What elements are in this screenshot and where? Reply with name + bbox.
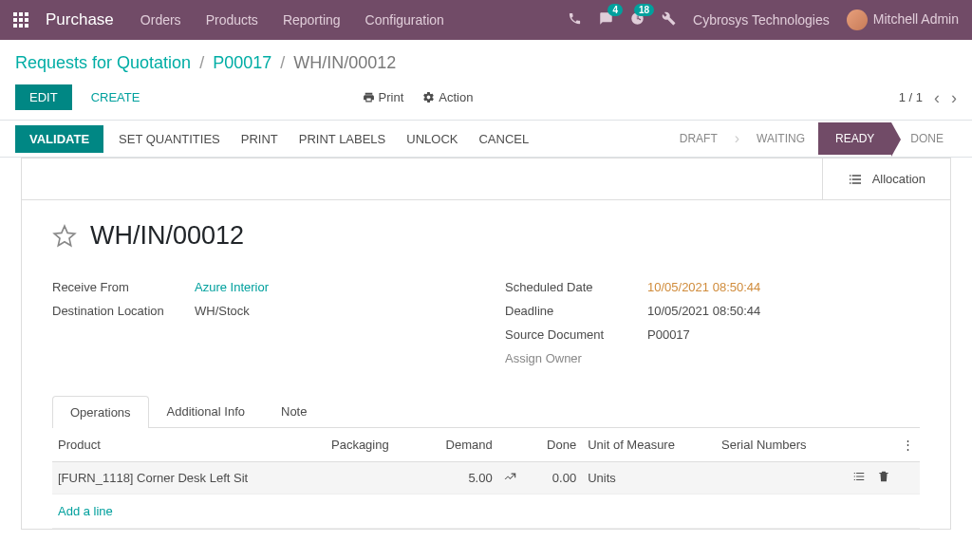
validate-button[interactable]: VALIDATE: [15, 125, 103, 153]
control-bar: Requests for Quotation / P00017 / WH/IN/…: [0, 40, 972, 120]
avatar: [847, 9, 868, 30]
allocation-button[interactable]: Allocation: [822, 159, 950, 199]
print-labels-button[interactable]: PRINT LABELS: [299, 132, 386, 146]
receive-from-label: Receive From: [52, 280, 195, 294]
cell-uom: Units: [582, 462, 716, 495]
cell-demand: 5.00: [420, 462, 498, 495]
forecast-icon[interactable]: [504, 470, 517, 483]
tab-operations[interactable]: Operations: [52, 396, 149, 428]
status-bar: VALIDATE SET QUANTITIES PRINT PRINT LABE…: [0, 120, 972, 158]
cell-done: 0.00: [527, 462, 582, 495]
operations-table: Product Packaging Demand Done Unit of Me…: [52, 428, 920, 529]
user-menu[interactable]: Mitchell Admin: [847, 9, 959, 30]
breadcrumb-current: WH/IN/00012: [293, 53, 396, 72]
scheduled-date-value: 10/05/2021 08:50:44: [647, 280, 760, 294]
nav-reporting[interactable]: Reporting: [283, 12, 341, 28]
source-doc-label: Source Document: [505, 327, 647, 342]
set-quantities-button[interactable]: SET QUANTITIES: [119, 132, 220, 146]
add-line-button[interactable]: Add a line: [52, 495, 920, 529]
print-dropdown[interactable]: Print: [363, 90, 404, 104]
cell-product: [FURN_1118] Corner Desk Left Sit: [52, 462, 326, 495]
activities-badge: 18: [634, 4, 654, 16]
detailed-operations-icon[interactable]: [852, 470, 866, 483]
pager-prev[interactable]: ‹: [934, 89, 940, 106]
edit-button[interactable]: EDIT: [15, 84, 72, 110]
nav-menu: Orders Products Reporting Configuration: [140, 12, 568, 28]
favorite-star-icon[interactable]: [52, 224, 77, 249]
breadcrumb-parent[interactable]: P00017: [213, 53, 271, 72]
apps-icon[interactable]: [13, 12, 28, 28]
col-uom[interactable]: Unit of Measure: [582, 428, 716, 462]
breadcrumb-root[interactable]: Requests for Quotation: [15, 53, 191, 72]
stage-waiting[interactable]: WAITING: [743, 124, 818, 153]
stage-done[interactable]: DONE: [891, 124, 957, 153]
tools-icon[interactable]: [662, 11, 676, 28]
app-name[interactable]: Purchase: [46, 10, 114, 29]
assign-owner-button[interactable]: Assign Owner: [505, 351, 647, 365]
pager-value: 1 / 1: [899, 90, 923, 104]
table-row[interactable]: [FURN_1118] Corner Desk Left Sit 5.00 0.…: [52, 462, 920, 495]
col-demand[interactable]: Demand: [420, 428, 498, 462]
notebook-tabs: Operations Additional Info Note: [52, 395, 920, 428]
stage-ready[interactable]: READY: [818, 122, 891, 155]
tab-note[interactable]: Note: [263, 395, 325, 427]
cancel-button[interactable]: CANCEL: [478, 132, 529, 146]
action-label: Action: [439, 90, 473, 104]
deadline-label: Deadline: [505, 304, 647, 318]
messages-icon[interactable]: 4: [599, 11, 613, 28]
nav-right: 4 18 Cybrosys Technologies Mitchell Admi…: [568, 9, 959, 30]
destination-label: Destination Location: [52, 304, 195, 318]
allocation-label: Allocation: [872, 172, 925, 186]
col-done[interactable]: Done: [527, 428, 582, 462]
nav-configuration[interactable]: Configuration: [365, 12, 444, 28]
pager-next[interactable]: ›: [951, 89, 957, 106]
unlock-button[interactable]: UNLOCK: [406, 132, 458, 146]
receive-from-value[interactable]: Azure Interior: [195, 280, 269, 294]
nav-products[interactable]: Products: [206, 12, 258, 28]
pager: 1 / 1 ‹ ›: [899, 89, 957, 106]
scheduled-date-label: Scheduled Date: [505, 280, 647, 294]
destination-value: WH/Stock: [195, 304, 250, 318]
company-switch[interactable]: Cybrosys Technologies: [693, 12, 830, 28]
top-navbar: Purchase Orders Products Reporting Confi…: [0, 0, 972, 40]
col-serials[interactable]: Serial Numbers: [716, 428, 847, 462]
col-options-icon[interactable]: ⋮: [896, 428, 920, 462]
create-button[interactable]: CREATE: [91, 90, 140, 104]
print-label: Print: [379, 90, 404, 104]
form-sheet: Allocation WH/IN/00012 Receive FromAzure…: [21, 158, 951, 530]
messages-badge: 4: [608, 4, 623, 16]
stage-draft[interactable]: DRAFT: [666, 124, 731, 153]
action-dropdown[interactable]: Action: [422, 90, 473, 104]
user-name: Mitchell Admin: [873, 11, 959, 27]
deadline-value: 10/05/2021 08:50:44: [647, 304, 760, 318]
phone-icon[interactable]: [568, 11, 582, 28]
tab-additional-info[interactable]: Additional Info: [149, 395, 263, 427]
delete-icon[interactable]: [877, 470, 890, 483]
activities-icon[interactable]: 18: [630, 11, 645, 28]
col-product[interactable]: Product: [52, 428, 326, 462]
record-title: WH/IN/00012: [90, 221, 244, 251]
source-doc-value: P00017: [647, 327, 690, 342]
nav-orders[interactable]: Orders: [140, 12, 181, 28]
breadcrumb: Requests for Quotation / P00017 / WH/IN/…: [15, 53, 957, 73]
col-packaging[interactable]: Packaging: [326, 428, 420, 462]
print-button[interactable]: PRINT: [241, 132, 278, 146]
status-stages: DRAFT › WAITING READY DONE: [666, 122, 957, 155]
